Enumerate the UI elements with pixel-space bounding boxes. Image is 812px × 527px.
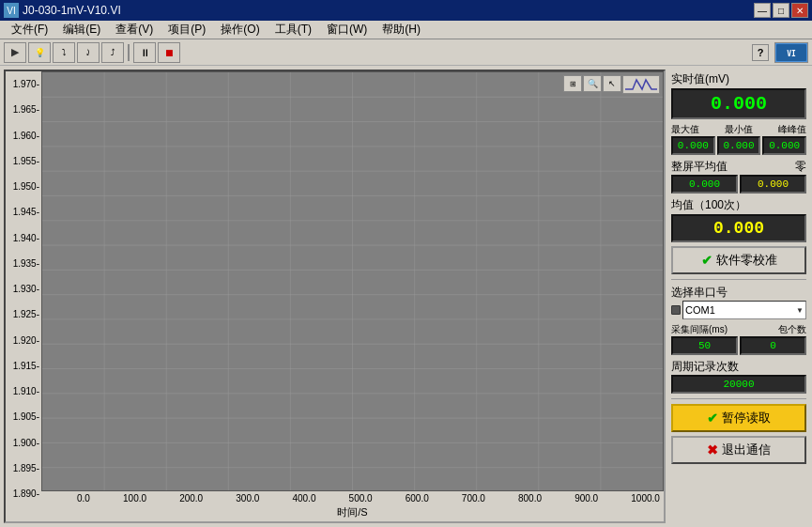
step-into-button[interactable]: ⤵ <box>53 42 75 63</box>
realtime-section: 实时值(mV) 0.000 <box>671 71 806 119</box>
chart-container: 1.970- 1.965- 1.960- 1.955- 1.950- 1.945… <box>6 71 664 521</box>
min-label: 最小值 <box>725 123 753 136</box>
x-label-10: 1000.0 <box>631 493 660 504</box>
y-label-2: 1.960- <box>8 131 39 141</box>
max-value: 0.000 <box>671 136 715 155</box>
com-label: 选择串口号 <box>671 285 806 301</box>
chart-cursor-btn[interactable]: ↖ <box>603 75 621 92</box>
title-bar: VI J0-030-1mV-V10.VI — □ ✕ <box>0 0 812 21</box>
menu-tools[interactable]: 工具(T) <box>268 21 319 39</box>
pause-button[interactable]: ✔ 暂停读取 <box>671 404 806 432</box>
menu-help[interactable]: 帮助(H) <box>375 21 428 39</box>
y-label-7: 1.935- <box>8 258 39 269</box>
pp-label: 峰峰值 <box>778 123 806 136</box>
svg-rect-3 <box>623 76 659 93</box>
y-label-0: 1.970- <box>8 79 39 89</box>
chart-panel: ⊞ 🔍 ↖ 1.970- 1.965- 1.960- 1.955- 1.950-… <box>4 70 666 523</box>
y-label-4: 1.950- <box>8 181 39 192</box>
menu-operate[interactable]: 操作(O) <box>213 21 267 39</box>
zero-calib-button[interactable]: ✔ 软件零校准 <box>671 246 806 274</box>
x-axis-title: 时间/S <box>41 505 664 519</box>
menu-edit[interactable]: 编辑(E) <box>55 21 108 39</box>
y-label-1: 1.965- <box>8 104 39 115</box>
realtime-value: 0.000 <box>671 88 806 119</box>
toolbar: ▶ 💡 ⤵ ⤸ ⤴ ⏸ ⏹ ? VI <box>0 39 812 66</box>
x-label-3: 300.0 <box>236 493 259 504</box>
pp-value: 0.000 <box>762 136 806 155</box>
maximize-button[interactable]: □ <box>773 3 789 18</box>
x-label-2: 200.0 <box>179 493 203 504</box>
highlight-button[interactable]: 💡 <box>28 42 51 63</box>
window-controls: — □ ✕ <box>754 3 808 18</box>
screen-avg-value2: 0.000 <box>740 175 806 194</box>
screen-avg-section: 整屏平均值 零 0.000 0.000 <box>671 159 806 194</box>
cycle-value[interactable]: 20000 <box>671 375 806 394</box>
x-label-5: 500.0 <box>349 493 373 504</box>
menu-view[interactable]: 查看(V) <box>108 21 161 39</box>
screen-avg-label2: 零 <box>795 159 806 175</box>
pause-label: 暂停读取 <box>722 410 771 426</box>
packet-value[interactable]: 0 <box>740 336 806 355</box>
interval-labels: 采集间隔(ms) 包个数 <box>671 323 806 336</box>
com-section: 选择串口号 COM1 ▼ <box>671 285 806 319</box>
screen-avg-value1: 0.000 <box>671 175 738 194</box>
interval-label: 采集间隔(ms) <box>671 323 728 336</box>
menu-file[interactable]: 文件(F) <box>4 21 55 39</box>
x-label-7: 700.0 <box>462 493 485 504</box>
pause-toolbar-button[interactable]: ⏸ <box>133 42 156 63</box>
min-value: 0.000 <box>717 136 761 155</box>
avg-section: 均值（100次） 0.000 <box>671 197 806 242</box>
chart-area[interactable] <box>41 71 664 491</box>
y-label-14: 1.900- <box>8 438 39 448</box>
x-axis: 0.0 100.0 200.0 300.0 400.0 500.0 600.0 … <box>41 491 664 521</box>
check-icon: ✔ <box>701 253 712 268</box>
interval-values: 50 0 <box>671 336 806 355</box>
divider-2 <box>671 398 806 399</box>
y-label-10: 1.920- <box>8 335 39 346</box>
abort-button[interactable]: ⏹ <box>158 42 180 63</box>
com-row: COM1 ▼ <box>671 301 806 319</box>
toolbar-sep-1 <box>128 44 130 61</box>
y-label-12: 1.910- <box>8 386 39 396</box>
close-button[interactable]: ✕ <box>791 3 808 18</box>
menu-project[interactable]: 项目(P) <box>161 21 213 39</box>
exit-label: 退出通信 <box>722 442 771 458</box>
y-label-8: 1.930- <box>8 284 39 294</box>
com-select[interactable]: COM1 ▼ <box>682 301 806 319</box>
x-label-0: 0.0 <box>77 493 90 504</box>
y-label-11: 1.915- <box>8 361 39 371</box>
x-label-4: 400.0 <box>292 493 315 504</box>
screen-avg-values: 0.000 0.000 <box>671 175 806 194</box>
step-over-button[interactable]: ⤸ <box>77 42 100 63</box>
x-label-8: 800.0 <box>518 493 542 504</box>
vi-icon: VI <box>774 42 808 63</box>
svg-text:VI: VI <box>787 50 796 58</box>
chart-grid-btn[interactable]: ⊞ <box>563 75 582 92</box>
x-label-6: 600.0 <box>406 493 429 504</box>
x-labels: 0.0 100.0 200.0 300.0 400.0 500.0 600.0 … <box>41 491 660 504</box>
chart-wave-icon <box>622 75 660 94</box>
menu-window[interactable]: 窗口(W) <box>319 21 375 39</box>
max-label: 最大值 <box>671 123 699 136</box>
step-out-button[interactable]: ⤴ <box>101 42 124 63</box>
minimize-button[interactable]: — <box>754 3 771 18</box>
exit-cross-icon: ✖ <box>707 442 718 457</box>
packet-label: 包个数 <box>778 323 806 336</box>
screen-avg-labels: 整屏平均值 零 <box>671 159 806 175</box>
com-indicator <box>671 305 681 315</box>
cycle-label: 周期记录次数 <box>671 359 806 375</box>
run-button[interactable]: ▶ <box>4 42 26 63</box>
interval-value[interactable]: 50 <box>671 336 738 355</box>
zero-calib-label: 软件零校准 <box>716 252 777 269</box>
chart-zoom-btn[interactable]: 🔍 <box>583 75 602 92</box>
menu-bar: 文件(F) 编辑(E) 查看(V) 项目(P) 操作(O) 工具(T) 窗口(W… <box>0 21 812 39</box>
pause-check-icon: ✔ <box>707 411 718 426</box>
right-panel: 实时值(mV) 0.000 最大值 最小值 峰峰值 0.000 0.000 0.… <box>669 70 808 523</box>
com-value: COM1 <box>685 304 715 316</box>
stats-labels: 最大值 最小值 峰峰值 <box>671 123 806 136</box>
help-button[interactable]: ? <box>752 44 769 61</box>
chart-grid-svg <box>42 72 663 490</box>
chart-toolbar: ⊞ 🔍 ↖ <box>563 75 660 94</box>
screen-avg-label1: 整屏平均值 <box>671 159 728 175</box>
exit-button[interactable]: ✖ 退出通信 <box>671 436 806 464</box>
